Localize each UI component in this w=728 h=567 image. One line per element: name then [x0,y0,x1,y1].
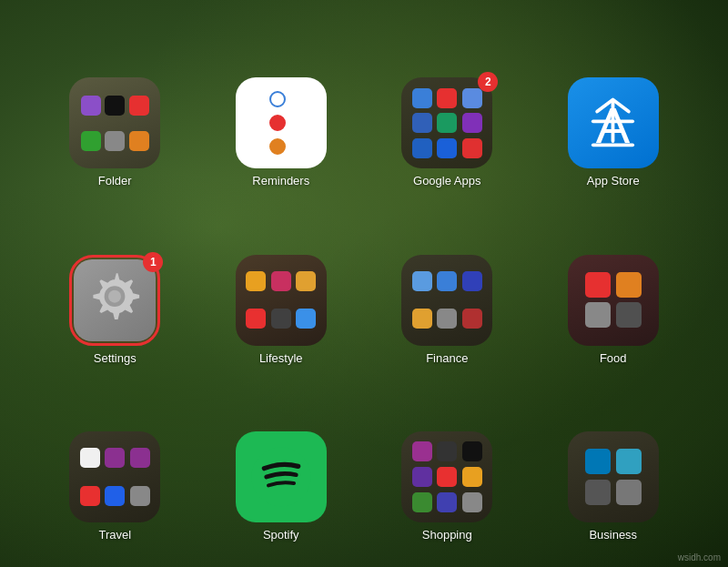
reminders-label: Reminders [252,174,309,187]
shopping-label: Shopping [422,528,472,542]
fin-app6 [462,309,482,329]
settings-badge: 1 [143,252,163,272]
settings-icon [74,259,156,341]
app-cell-shopping[interactable]: Shopping [369,381,526,549]
appstore-svg: A [583,94,642,153]
spotify-icon-wrap [236,431,327,522]
food-label: Food [600,351,627,365]
svg-point-5 [108,289,121,302]
food-zomato [585,272,611,298]
biz-app4 [616,480,642,505]
food-swiggy [616,272,642,298]
g-meet [437,113,457,133]
home-screen: Folder Reminders 2 [0,0,728,567]
biz-linkedin [585,449,611,474]
g-chrome [462,88,482,108]
google-icon-wrap: 2 [401,77,492,168]
sh-app5 [437,467,457,487]
app-cell-spotify[interactable]: Spotify [203,381,360,549]
g-office [462,138,482,158]
tr-id [105,486,125,506]
reminder-dot-3 [269,138,286,155]
google-folder-icon [401,77,492,168]
lifestyle-icon [236,255,327,346]
lifestyle-label: Lifestyle [259,351,303,365]
spotify-label: Spotify [263,528,299,542]
app-cell-lifestyle[interactable]: Lifestyle [203,204,360,371]
settings-icon-wrap: 1 [69,255,160,346]
sh-zara [462,441,482,461]
mini-facetime [129,96,149,116]
fin-app4 [412,309,432,329]
tr-app2 [105,448,125,468]
fin-app5 [437,309,457,329]
g-drive [412,113,432,133]
tr-app6 [130,486,150,506]
folder-icon [69,77,160,168]
mini-app5 [105,131,125,151]
reminder-dot-2 [269,115,286,131]
google-badge: 2 [478,72,498,92]
appstore-icon-wrap: A [568,77,659,168]
reminder-row-2 [269,115,293,131]
lifestyle-icon-wrap [236,255,327,346]
sh-urbanic [412,467,432,487]
business-icon-wrap [568,431,659,522]
appstore-icon: A [568,77,659,168]
folder-icon-wrap [69,77,160,168]
g-teams [412,138,432,158]
biz-app3 [585,480,611,505]
app-cell-settings[interactable]: 1 Settings [36,204,194,371]
finance-icon [401,255,492,346]
app-cell-food[interactable]: Food [535,204,693,371]
reminder-row-3 [269,138,293,155]
g-outlook [462,113,482,133]
app-cell-google[interactable]: 2 Google Apps [369,27,526,195]
tr-airbnb [80,486,100,506]
g-dropbox [437,138,457,158]
sh-app8 [437,492,457,512]
g-photos [437,88,457,108]
finance-icon-wrap [401,255,492,346]
food-icon [568,255,659,346]
fin-yono [462,271,482,291]
food-app3 [585,302,611,328]
mini-app2 [105,96,125,116]
tr-app3 [130,448,150,468]
reminder-dot-1 [269,91,286,107]
ls-pinterest [271,271,291,291]
travel-icon-wrap [69,431,160,522]
sh-app7 [412,492,432,512]
reminder-row-1 [269,91,293,107]
app-cell-reminders[interactable]: Reminders [203,27,360,195]
app-cell-business[interactable]: Business [535,381,693,549]
ls-app1 [246,271,266,291]
reminders-icon-wrap [236,77,327,168]
sh-amazon [462,467,482,487]
food-app4 [616,302,642,328]
appstore-label: App Store [587,174,640,187]
sh-app9 [462,492,482,512]
watermark: wsidh.com [678,552,721,562]
tr-uber [80,448,100,468]
finance-label: Finance [426,351,468,365]
svg-point-6 [251,447,310,506]
shopping-icon-wrap [401,431,492,522]
food-icon-wrap [568,255,659,346]
folder-label: Folder [98,174,132,187]
ls-app3 [296,271,316,291]
settings-label: Settings [94,351,136,365]
fin-paytm [412,271,432,291]
reminders-icon [236,77,327,168]
ls-app5 [271,309,291,329]
gear-svg [83,268,147,332]
app-cell-folder[interactable]: Folder [36,27,194,195]
app-cell-travel[interactable]: Travel [36,381,194,549]
g-maps [412,88,432,108]
spotify-icon [236,431,327,522]
app-cell-appstore[interactable]: A App Store [535,27,693,195]
app-cell-finance[interactable]: Finance [369,204,526,371]
biz-app2 [616,449,642,474]
travel-icon [69,431,160,522]
mini-app4 [81,131,101,151]
